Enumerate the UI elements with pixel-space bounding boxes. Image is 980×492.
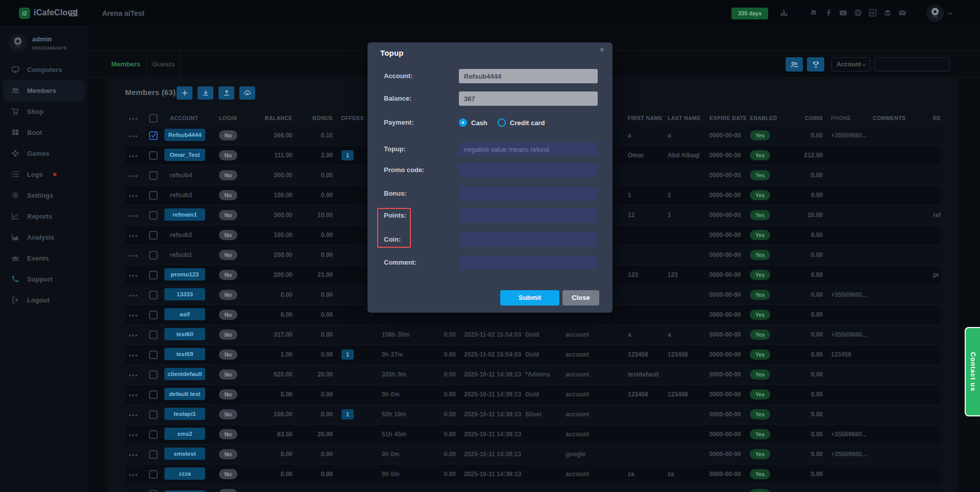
close-icon[interactable]: × [600,45,604,55]
comment-input[interactable] [459,255,598,270]
coin-input[interactable] [459,232,598,247]
contact-us-label: Contact us [969,352,977,391]
icafecloud-app: i2 iCafeCloud Arena aiTest 335 days admi… [0,0,980,492]
topup-modal: Topup × Account: Balance: Payment: Cash … [368,42,612,313]
payment-label: Payment: [384,115,414,130]
credit-card-radio[interactable] [498,119,506,127]
account-label: Account: [384,69,412,83]
topup-label: Topup: [384,142,406,156]
cash-radio-label: Cash [471,119,487,127]
points-input[interactable] [459,208,598,223]
annotation-red-box [377,208,411,248]
contact-us-tab[interactable]: Contact us [965,327,980,416]
comment-label: Comment: [384,255,416,270]
submit-button[interactable]: Submit [500,290,559,306]
promo-code-input[interactable] [459,163,598,177]
cash-radio[interactable] [459,119,467,127]
balance-label: Balance: [384,91,411,106]
bonus-label: Bonus: [384,186,407,201]
balance-field [459,91,598,106]
topup-input[interactable] [459,142,598,156]
close-button[interactable]: Close [562,290,599,306]
promo-code-label: Promo code: [384,163,424,177]
modal-title: Topup [380,49,404,57]
credit-card-radio-label: Credit card [510,119,545,127]
bonus-input[interactable] [459,186,598,201]
account-field [459,69,598,83]
